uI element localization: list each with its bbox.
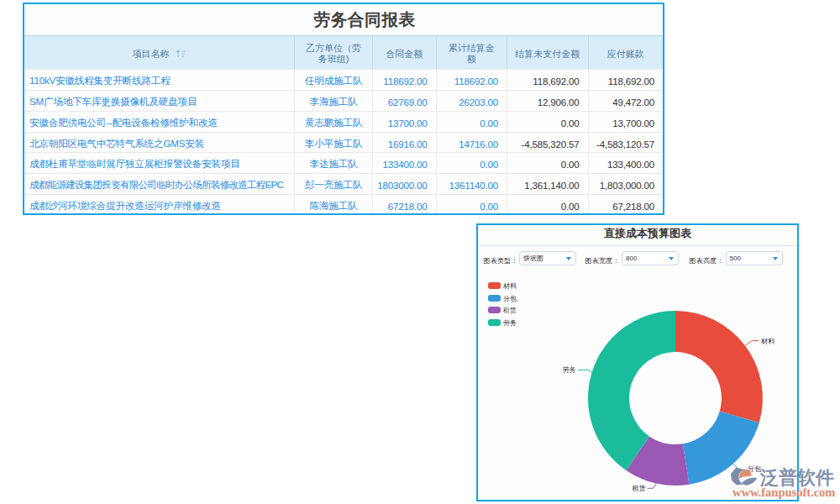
svg-text:租赁: 租赁 <box>632 485 646 492</box>
svg-text:材料: 材料 <box>760 338 775 345</box>
svg-text:劳务: 劳务 <box>563 366 576 374</box>
